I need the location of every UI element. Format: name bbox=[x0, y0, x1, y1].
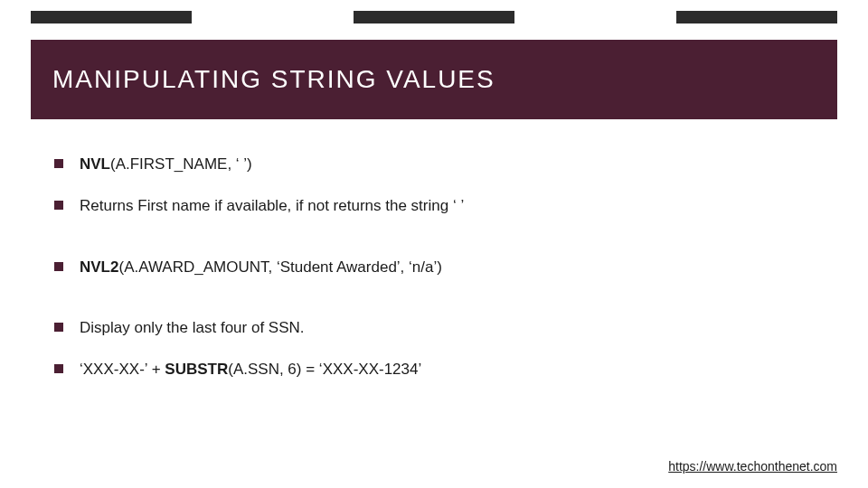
accent-seg bbox=[354, 11, 514, 23]
bullet-item: Display only the last four of SSN. bbox=[54, 317, 814, 339]
text: (A.SSN, 6) = ‘XXX-XX-1234’ bbox=[228, 361, 421, 378]
slide-title: MANIPULATING STRING VALUES bbox=[52, 65, 816, 94]
text: (A.AWARD_AMOUNT, ‘Student Awarded’, ‘n/a… bbox=[118, 258, 441, 276]
footer-link[interactable]: https://www.techonthenet.com bbox=[668, 459, 837, 474]
bullet-item: NVL(A.FIRST_NAME, ‘ ’) bbox=[54, 154, 814, 175]
content-area: NVL(A.FIRST_NAME, ‘ ’) Returns First nam… bbox=[54, 154, 814, 400]
accent-seg bbox=[31, 11, 192, 23]
text: ‘XXX-XX-’ + bbox=[80, 361, 165, 378]
bullet-item: NVL2(A.AWARD_AMOUNT, ‘Student Awarded’, … bbox=[54, 257, 814, 278]
title-band: MANIPULATING STRING VALUES bbox=[31, 40, 837, 119]
bullet-item: Returns First name if available, if not … bbox=[54, 195, 814, 217]
text: (A.FIRST_NAME, ‘ ’) bbox=[110, 155, 252, 173]
bullet-list: NVL(A.FIRST_NAME, ‘ ’) Returns First nam… bbox=[54, 154, 814, 380]
text: Display only the last four of SSN. bbox=[80, 319, 305, 336]
bold-text: NVL2 bbox=[80, 258, 118, 276]
bold-text: SUBSTR bbox=[165, 361, 228, 378]
top-accent-bar bbox=[31, 11, 837, 23]
bullet-item: ‘XXX-XX-’ + SUBSTR(A.SSN, 6) = ‘XXX-XX-1… bbox=[54, 359, 814, 380]
accent-seg bbox=[192, 11, 353, 23]
bold-text: NVL bbox=[80, 155, 110, 173]
accent-seg bbox=[514, 11, 675, 23]
accent-seg bbox=[676, 11, 837, 23]
text: Returns First name if available, if not … bbox=[80, 197, 464, 214]
slide: MANIPULATING STRING VALUES NVL(A.FIRST_N… bbox=[0, 0, 868, 488]
